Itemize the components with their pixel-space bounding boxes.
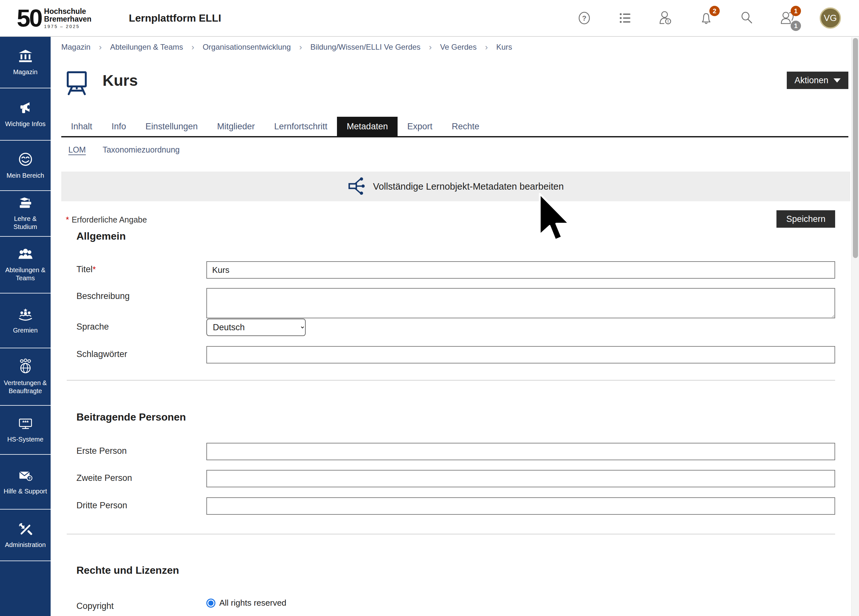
titel-label-text: Titel [77,264,92,274]
page-header: Kurs Aktionen [61,69,848,98]
notifications-icon[interactable]: 2 [698,10,715,27]
tab-metadaten[interactable]: Metadaten [337,117,398,136]
required-asterisk: * [92,264,96,274]
sidebar-item-vertretungen-beauftragte[interactable]: Vertretungen & Beauftragte [0,348,51,406]
save-button[interactable]: Speichern [776,210,835,228]
sidebar-item-label: Abteilungen & Teams [2,266,49,282]
copyright-label: Copyright [77,598,206,611]
sidebar-item-abteilungen-teams[interactable]: Abteilungen & Teams [0,237,51,294]
tab-info[interactable]: Info [102,117,136,136]
edit-full-metadata-banner[interactable]: Vollständige Lernobjekt-Metadaten bearbe… [61,172,850,201]
sidebar-item-label: Magazin [13,68,38,76]
avatar[interactable]: VG [820,8,841,29]
help-icon[interactable]: ? [576,10,593,27]
actions-button[interactable]: Aktionen [787,72,848,89]
sidebar-item-magazin[interactable]: Magazin [0,37,51,88]
copyright-radio[interactable] [206,599,216,608]
hand-people-icon [17,307,34,323]
beschreibung-textarea[interactable] [206,288,835,318]
sidebar-item-administration[interactable]: Administration [0,510,51,561]
search-icon[interactable] [739,10,755,27]
sprache-label: Sprache [77,319,206,332]
logo-text: Hochschule Bremerhaven 1975 – 2025 [44,8,92,29]
chevron-right-icon: › [429,42,432,52]
tab-bar: Inhalt Info Einstellungen Mitglieder Ler… [61,117,848,138]
subtab-lom[interactable]: LOM [68,145,86,155]
sidebar-item-label: Mein Bereich [6,172,44,180]
logo-line1: Hochschule [44,8,92,15]
field-row-zweite-person: Zweite Person [77,470,835,487]
breadcrumb-magazin[interactable]: Magazin [61,42,91,52]
sidebar-item-hs-systeme[interactable]: *** HS-Systeme [0,406,51,455]
sidebar-item-label: HS-Systeme [7,435,43,444]
section-divider [67,380,835,381]
chevron-right-icon: › [192,42,194,52]
subtab-bar: LOM Taxonomiezuordnung [68,145,180,155]
page-title: Kurs [103,72,138,89]
titel-label: Titel* [77,261,206,274]
actions-button-label: Aktionen [795,75,828,86]
copyright-option-label: All rights reserved [219,598,286,608]
breadcrumb-bildung-wissen[interactable]: Bildung/Wissen/ELLI Ve Gerdes [311,42,421,52]
breadcrumb-ve-gerdes[interactable]: Ve Gerdes [440,42,476,52]
dritte-person-label: Dritte Person [77,497,206,511]
mail-question-icon: ? [17,469,34,484]
sidebar-item-label: Vertretungen & Beauftragte [2,379,49,395]
list-icon[interactable] [617,10,633,27]
zweite-person-label: Zweite Person [77,470,206,483]
sidebar-item-hilfe-support[interactable]: ? Hilfe & Support [0,455,51,510]
dritte-person-input[interactable] [206,497,835,515]
tab-rechte[interactable]: Rechte [442,117,489,136]
sidebar: Magazin Wichtige Infos Mein Bereich [0,37,51,616]
tools-icon [17,522,34,538]
svg-text:?: ? [582,14,586,22]
svg-text:?: ? [28,476,30,480]
tab-einstellungen[interactable]: Einstellungen [136,117,207,136]
breadcrumb-kurs[interactable]: Kurs [496,42,512,52]
sprache-select[interactable]: Deutsch [206,319,306,336]
field-row-erste-person: Erste Person [77,443,835,460]
app-title: Lernplattform ELLI [129,12,221,24]
titel-input[interactable] [206,261,835,279]
top-bar: 50 Hochschule Bremerhaven 1975 – 2025 Le… [0,0,859,37]
sidebar-item-wichtige-infos[interactable]: Wichtige Infos [0,88,51,141]
user-status-icon[interactable]: ! [657,10,674,27]
sidebar-item-gremien[interactable]: Gremien [0,294,51,348]
beschreibung-label: Beschreibung [77,288,206,301]
course-easel-icon [64,70,89,97]
svg-text:***: *** [22,420,29,426]
svg-text:!: ! [667,19,669,24]
scrollbar-thumb[interactable] [853,38,858,258]
books-grad-cap-icon [17,196,34,211]
section-beitragende-personen: Beitragende Personen [77,411,186,423]
field-row-beschreibung: Beschreibung [77,288,835,318]
erste-person-input[interactable] [206,443,835,460]
sidebar-item-mein-bereich[interactable]: Mein Bereich [0,141,51,191]
contacts-icon[interactable]: 1 1 [779,10,796,27]
sidebar-item-label: Lehre & Studium [2,215,49,231]
logo-50: 50 [17,6,42,30]
chevron-right-icon: › [99,42,102,52]
page-scrollbar[interactable] [851,38,859,616]
megaphone-icon [17,101,34,117]
topbar-icon-group: ? ! [576,8,841,29]
breadcrumb-organisationsentwicklung[interactable]: Organisationsentwicklung [203,42,290,52]
schlagwoerter-input[interactable] [206,346,835,363]
logo-line2: Bremerhaven [44,15,92,23]
breadcrumb-abteilungen-teams[interactable]: Abteilungen & Teams [110,42,183,52]
copyright-option: All rights reserved [206,598,286,608]
sidebar-item-lehre-studium[interactable]: Lehre & Studium [0,191,51,237]
globe-people-icon [17,358,34,376]
radio-dot [208,600,214,606]
sidebar-item-label: Wichtige Infos [5,120,46,128]
tab-inhalt[interactable]: Inhalt [61,117,102,136]
subtab-taxonomiezuordnung[interactable]: Taxonomiezuordnung [103,145,180,155]
required-asterisk: * [66,215,69,225]
tab-lernfortschritt[interactable]: Lernfortschritt [264,117,337,136]
hochschule-bremerhaven-logo[interactable]: 50 Hochschule Bremerhaven 1975 – 2025 [17,6,92,30]
chevron-down-icon [834,78,840,83]
sidebar-item-label: Hilfe & Support [3,487,47,496]
tab-mitglieder[interactable]: Mitglieder [207,117,264,136]
zweite-person-input[interactable] [206,470,835,487]
tab-export[interactable]: Export [398,117,442,136]
